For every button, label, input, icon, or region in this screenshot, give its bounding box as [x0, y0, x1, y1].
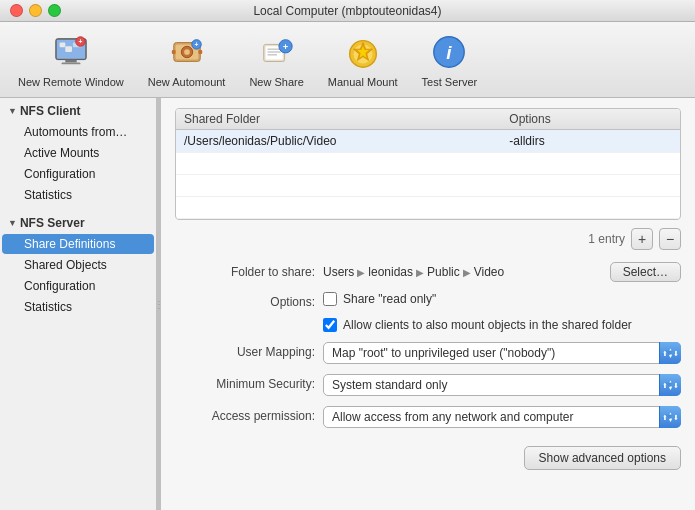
share-readonly-row: Share "read only" [323, 292, 681, 306]
breadcrumb-users: Users [323, 265, 354, 279]
select-folder-button[interactable]: Select… [610, 262, 681, 282]
toolbar-label-new-share: New Share [249, 76, 303, 88]
toolbar-label-manual-mount: Manual Mount [328, 76, 398, 88]
sidebar-item-client-config[interactable]: Configuration [2, 164, 154, 184]
svg-text:+: + [194, 41, 198, 48]
manual-mount-icon [343, 32, 383, 72]
folder-to-share-row: Folder to share: Users ▶ leonidas ▶ Publ… [175, 262, 681, 282]
breadcrumb-sep-3: ▶ [463, 267, 471, 278]
minimum-security-row: Minimum Security: System standard only K… [175, 374, 681, 396]
options-content: Share "read only" Allow clients to also … [323, 292, 681, 332]
allow-clients-label: Allow clients to also mount objects in t… [343, 318, 632, 332]
breadcrumb-sep-1: ▶ [357, 267, 365, 278]
table-header: Shared Folder Options [176, 109, 680, 130]
nfs-client-header: ▼ NFS Client [0, 98, 156, 121]
entry-count: 1 entry [588, 232, 625, 246]
svg-text:+: + [282, 40, 288, 51]
remove-entry-button[interactable]: − [659, 228, 681, 250]
close-button[interactable] [10, 4, 23, 17]
window-controls [10, 4, 61, 17]
advanced-options-container: Show advanced options [175, 438, 681, 470]
toolbar-label-new-automount: New Automount [148, 76, 226, 88]
table-footer: 1 entry + − [175, 228, 681, 250]
allow-clients-row: Allow clients to also mount objects in t… [323, 318, 681, 332]
toolbar-item-new-share[interactable]: + New Share [239, 26, 313, 94]
user-mapping-label: User Mapping: [175, 342, 315, 359]
svg-rect-4 [65, 46, 72, 52]
sidebar-item-server-config[interactable]: Configuration [2, 276, 154, 296]
breadcrumb-public: Public [427, 265, 460, 279]
svg-rect-2 [65, 59, 76, 62]
nfs-server-header: ▼ NFS Server [0, 210, 156, 233]
main-layout: ▼ NFS Client Automounts from… Active Mou… [0, 98, 695, 510]
nfs-server-label: NFS Server [20, 216, 85, 230]
automount-icon: + [167, 32, 207, 72]
svg-rect-3 [61, 62, 80, 64]
show-advanced-options-button[interactable]: Show advanced options [524, 446, 681, 470]
share-readonly-label: Share "read only" [343, 292, 436, 306]
minimum-security-label: Minimum Security: [175, 374, 315, 391]
user-mapping-dropdown-wrapper: Map "root" to unprivileged user ("nobody… [323, 342, 681, 364]
maximize-button[interactable] [48, 4, 61, 17]
minimum-security-dropdown-wrapper: System standard only Kerberos Kerberos i… [323, 374, 681, 396]
new-share-icon: + [257, 32, 297, 72]
sidebar-item-automounts[interactable]: Automounts from… [2, 122, 154, 142]
access-permission-row: Access permission: Allow access from any… [175, 406, 681, 428]
shared-folder-table: Shared Folder Options /Users/leonidas/Pu… [175, 108, 681, 220]
svg-rect-14 [198, 50, 202, 54]
access-permission-label: Access permission: [175, 406, 315, 423]
breadcrumb-video: Video [474, 265, 504, 279]
access-permission-select[interactable]: Allow access from any network and comput… [323, 406, 681, 428]
folder-to-share-label: Folder to share: [175, 262, 315, 279]
window-title: Local Computer (mbptouteonidas4) [253, 4, 441, 18]
toolbar-item-new-automount[interactable]: + New Automount [138, 26, 236, 94]
empty-row-1 [176, 153, 680, 175]
table-cell-folder: /Users/leonidas/Public/Video [184, 134, 509, 148]
table-row[interactable]: /Users/leonidas/Public/Video -alldirs [176, 130, 680, 153]
toolbar-label-new-remote-window: New Remote Window [18, 76, 124, 88]
user-mapping-row: User Mapping: Map "root" to unprivileged… [175, 342, 681, 364]
svg-rect-5 [59, 42, 65, 47]
sidebar-item-share-definitions[interactable]: Share Definitions [2, 234, 154, 254]
folder-breadcrumb: Users ▶ leonidas ▶ Public ▶ Video [323, 265, 602, 279]
options-label: Options: [175, 292, 315, 309]
sidebar: ▼ NFS Client Automounts from… Active Mou… [0, 98, 157, 510]
add-entry-button[interactable]: + [631, 228, 653, 250]
minimize-button[interactable] [29, 4, 42, 17]
nfs-client-label: NFS Client [20, 104, 81, 118]
titlebar: Local Computer (mbptouteonidas4) [0, 0, 695, 22]
toolbar: + New Remote Window + New Automount [0, 22, 695, 98]
share-readonly-checkbox[interactable] [323, 292, 337, 306]
svg-point-12 [184, 49, 190, 55]
sidebar-item-client-stats[interactable]: Statistics [2, 185, 154, 205]
breadcrumb-leonidas: leonidas [368, 265, 413, 279]
minimum-security-select[interactable]: System standard only Kerberos Kerberos i… [323, 374, 681, 396]
col-header-folder: Shared Folder [184, 112, 509, 126]
user-mapping-select[interactable]: Map "root" to unprivileged user ("nobody… [323, 342, 681, 364]
monitor-icon: + [51, 32, 91, 72]
breadcrumb-sep-2: ▶ [416, 267, 424, 278]
allow-clients-checkbox[interactable] [323, 318, 337, 332]
sidebar-item-server-stats[interactable]: Statistics [2, 297, 154, 317]
svg-rect-13 [171, 50, 175, 54]
folder-to-share-content: Users ▶ leonidas ▶ Public ▶ Video Select… [323, 262, 681, 282]
nfs-client-triangle: ▼ [8, 106, 17, 116]
options-row: Options: Share "read only" Allow clients… [175, 292, 681, 332]
toolbar-item-new-remote-window[interactable]: + New Remote Window [8, 26, 134, 94]
table-cell-options: -alldirs [509, 134, 672, 148]
info-icon: i [429, 32, 469, 72]
nfs-server-triangle: ▼ [8, 218, 17, 228]
col-header-options: Options [509, 112, 672, 126]
toolbar-label-test-server: Test Server [422, 76, 478, 88]
sidebar-item-active-mounts[interactable]: Active Mounts [2, 143, 154, 163]
svg-text:i: i [447, 41, 453, 62]
access-permission-dropdown-wrapper: Allow access from any network and comput… [323, 406, 681, 428]
toolbar-item-manual-mount[interactable]: Manual Mount [318, 26, 408, 94]
sidebar-item-shared-objects[interactable]: Shared Objects [2, 255, 154, 275]
empty-row-3 [176, 197, 680, 219]
toolbar-item-test-server[interactable]: i Test Server [412, 26, 488, 94]
empty-row-2 [176, 175, 680, 197]
content-area: Shared Folder Options /Users/leonidas/Pu… [161, 98, 695, 510]
svg-text:+: + [78, 38, 82, 45]
